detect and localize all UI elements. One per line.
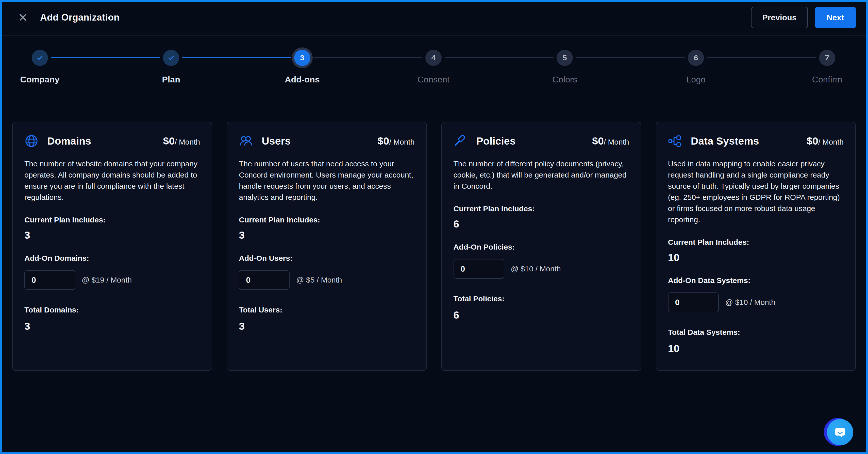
step-logo[interactable]: 6 Logo bbox=[655, 50, 737, 85]
total-value: 10 bbox=[668, 343, 844, 355]
domains-card: Domains $0/ Month The number of website … bbox=[12, 122, 212, 371]
card-description: The number of website domains that your … bbox=[24, 158, 200, 203]
step-label: Consent bbox=[417, 74, 450, 85]
chat-launcher-button[interactable] bbox=[824, 418, 854, 447]
close-button[interactable]: ✕ bbox=[16, 11, 29, 24]
step-label: Plan bbox=[162, 74, 180, 85]
current-plan-label: Current Plan Includes: bbox=[239, 216, 414, 224]
step-label: Confirm bbox=[812, 74, 842, 85]
step-circle: 2 bbox=[163, 50, 179, 66]
chat-bubble-icon bbox=[833, 425, 847, 439]
addon-row: @ $5 / Month bbox=[239, 270, 414, 290]
users-card: Users $0/ Month The number of users that… bbox=[227, 122, 427, 371]
current-plan-value: 3 bbox=[24, 229, 200, 241]
current-plan-value: 3 bbox=[239, 229, 414, 241]
total-label: Total Users: bbox=[239, 305, 414, 314]
step-circle: 6 bbox=[688, 50, 704, 66]
check-icon bbox=[36, 54, 44, 62]
total-value: 3 bbox=[24, 320, 200, 332]
addon-row: @ $19 / Month bbox=[24, 270, 200, 290]
total-value: 6 bbox=[454, 309, 629, 321]
current-plan-label: Current Plan Includes: bbox=[24, 216, 200, 224]
addon-rate: @ $19 / Month bbox=[82, 276, 132, 284]
addon-rate: @ $5 / Month bbox=[296, 276, 342, 284]
addon-domains-input[interactable] bbox=[24, 270, 75, 290]
addon-label: Add-On Policies: bbox=[454, 243, 629, 251]
card-title: Users bbox=[262, 135, 290, 147]
addon-label: Add-On Data Systems: bbox=[668, 276, 844, 285]
step-company[interactable]: 1 Company bbox=[0, 50, 81, 85]
chat-disc bbox=[827, 419, 853, 445]
addon-data-systems-input[interactable] bbox=[668, 292, 719, 312]
total-label: Total Data Systems: bbox=[668, 328, 844, 336]
addon-users-input[interactable] bbox=[239, 270, 289, 290]
wizard-header: ✕ Add Organization Previous Next bbox=[0, 0, 868, 35]
current-plan-value: 10 bbox=[668, 252, 844, 263]
step-colors[interactable]: 5 Colors bbox=[524, 50, 605, 85]
policies-card: Policies $0/ Month The number of differe… bbox=[441, 122, 641, 371]
current-plan-value: 6 bbox=[454, 218, 629, 230]
step-label: Colors bbox=[552, 74, 577, 85]
check-icon bbox=[167, 54, 175, 62]
card-price: $0/ Month bbox=[807, 135, 844, 147]
data-systems-icon bbox=[668, 134, 682, 148]
addon-row: @ $10 / Month bbox=[454, 259, 629, 279]
addon-row: @ $10 / Month bbox=[668, 292, 844, 312]
card-header: Domains $0/ Month bbox=[24, 134, 200, 148]
step-plan[interactable]: 2 Plan bbox=[130, 50, 212, 85]
previous-button[interactable]: Previous bbox=[751, 7, 808, 28]
card-price: $0/ Month bbox=[592, 135, 629, 147]
step-circle: 3 bbox=[294, 50, 310, 66]
addon-rate: @ $10 / Month bbox=[725, 298, 775, 306]
current-plan-label: Current Plan Includes: bbox=[668, 238, 844, 247]
step-label: Add-ons bbox=[285, 74, 320, 85]
addon-label: Add-On Users: bbox=[239, 254, 414, 262]
step-circle: 4 bbox=[425, 50, 442, 66]
addon-policies-input[interactable] bbox=[454, 259, 504, 279]
page-title: Add Organization bbox=[40, 12, 120, 23]
total-label: Total Policies: bbox=[454, 294, 629, 303]
card-description: The number of users that need access to … bbox=[239, 158, 414, 203]
card-description: Used in data mapping to enable easier pr… bbox=[668, 158, 844, 225]
total-label: Total Domains: bbox=[24, 305, 200, 314]
step-consent[interactable]: 4 Consent bbox=[393, 50, 474, 85]
globe-icon bbox=[24, 134, 38, 148]
close-icon: ✕ bbox=[18, 12, 28, 23]
step-confirm[interactable]: 7 Confirm bbox=[786, 50, 868, 85]
total-value: 3 bbox=[239, 320, 414, 332]
addon-label: Add-On Domains: bbox=[24, 254, 200, 262]
step-circle: 1 bbox=[32, 50, 48, 66]
step-label: Logo bbox=[686, 74, 706, 85]
card-title: Policies bbox=[476, 135, 516, 147]
step-add-ons[interactable]: 3 Add-ons bbox=[262, 50, 343, 85]
addon-cards: Domains $0/ Month The number of website … bbox=[0, 122, 868, 371]
card-price: $0/ Month bbox=[163, 135, 200, 147]
card-header: Users $0/ Month bbox=[239, 134, 414, 148]
next-button[interactable]: Next bbox=[815, 7, 856, 28]
users-icon bbox=[239, 134, 253, 148]
current-plan-label: Current Plan Includes: bbox=[454, 204, 629, 213]
card-title: Domains bbox=[47, 135, 91, 147]
step-circle: 5 bbox=[557, 50, 573, 66]
card-description: The number of different policy documents… bbox=[454, 158, 629, 192]
addon-rate: @ $10 / Month bbox=[511, 264, 561, 273]
data-systems-card: Data Systems $0/ Month Used in data mapp… bbox=[656, 122, 856, 371]
step-circle: 7 bbox=[819, 50, 835, 66]
card-header: Data Systems $0/ Month bbox=[668, 134, 844, 148]
card-header: Policies $0/ Month bbox=[454, 134, 629, 148]
gavel-icon bbox=[454, 134, 468, 148]
card-price: $0/ Month bbox=[378, 135, 415, 147]
step-label: Company bbox=[20, 74, 60, 85]
card-title: Data Systems bbox=[691, 135, 759, 147]
wizard-stepper: 1 Company 2 Plan 3 Add-ons 4 Consent 5 C… bbox=[0, 35, 868, 101]
